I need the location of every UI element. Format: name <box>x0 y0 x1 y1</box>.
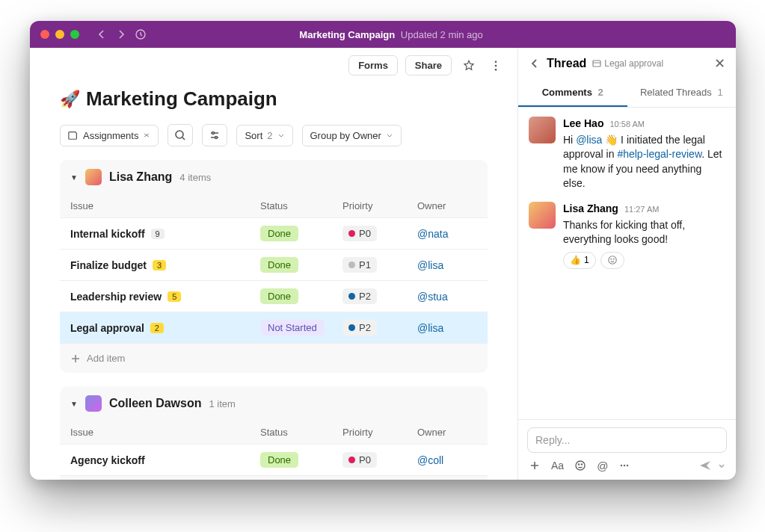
issue-title: Legal approval <box>70 322 144 334</box>
star-icon[interactable] <box>459 56 479 75</box>
group-count: 1 item <box>209 398 235 409</box>
status-pill[interactable]: Done <box>260 288 298 304</box>
svg-point-11 <box>576 461 585 470</box>
assignments-filter[interactable]: Assignments <box>60 125 159 146</box>
tab-comments-count: 2 <box>598 87 603 98</box>
title: Marketing Campaign <box>299 29 395 40</box>
close-window-icon[interactable] <box>40 30 49 39</box>
col-priority: Prioirty <box>342 200 417 211</box>
add-item-button[interactable]: Add item <box>60 475 488 480</box>
tab-comments-label: Comments <box>542 87 592 98</box>
thread-back-icon[interactable] <box>529 58 541 69</box>
table-row[interactable]: Legal approval2 Not Started P2 @lisa <box>60 312 488 343</box>
search-icon[interactable] <box>168 124 193 146</box>
titlebar: Marketing Campaign Updated 2 min ago <box>30 21 736 48</box>
forward-button[interactable] <box>115 28 127 40</box>
col-owner: Owner <box>417 200 477 211</box>
table-row[interactable]: Leadership review5 Done P2 @stua <box>60 280 488 312</box>
status-pill[interactable]: Not Started <box>260 320 325 335</box>
sort-button[interactable]: Sort 2 <box>236 125 292 146</box>
thread-crumb-text: Legal approval <box>604 58 663 69</box>
col-issue: Issue <box>70 427 260 438</box>
maximize-window-icon[interactable] <box>70 30 79 39</box>
svg-point-6 <box>215 137 218 139</box>
mention-icon[interactable]: @ <box>597 460 608 472</box>
minimize-window-icon[interactable] <box>55 30 64 39</box>
priority-dot-icon <box>348 324 355 331</box>
priority-pill[interactable]: P1 <box>342 257 377 273</box>
more-icon[interactable] <box>486 56 506 75</box>
tab-comments[interactable]: Comments 2 <box>518 79 627 107</box>
status-pill[interactable]: Done <box>260 452 298 468</box>
groupby-label: Group by Owner <box>310 130 381 141</box>
owner-mention[interactable]: @coll <box>417 454 477 466</box>
svg-rect-7 <box>593 61 600 66</box>
message-author[interactable]: Lisa Zhang <box>563 202 618 217</box>
add-item-button[interactable]: Add item <box>60 343 488 373</box>
priority-pill[interactable]: P2 <box>342 288 377 304</box>
table-row[interactable]: Internal kickoff9 Done P0 @nata <box>60 217 488 249</box>
avatar <box>529 117 556 143</box>
priority-dot-icon <box>348 293 355 300</box>
owner-mention[interactable]: @stua <box>417 291 477 303</box>
add-reaction-icon[interactable] <box>600 252 624 269</box>
owner-mention[interactable]: @nata <box>417 228 477 240</box>
svg-point-3 <box>495 68 497 70</box>
priority-dot-icon <box>348 262 355 268</box>
svg-point-12 <box>579 464 580 465</box>
thread-sidebar: Thread Legal approval ✕ Comments 2 Relat… <box>517 48 736 480</box>
priority-dot-icon <box>348 457 355 463</box>
avatar <box>85 169 102 185</box>
messages: Lee Hao 10:58 AM Hi @lisa 👋 I initiated … <box>518 108 736 419</box>
thread-crumb[interactable]: Legal approval <box>592 58 663 69</box>
priority-pill[interactable]: P0 <box>342 452 377 468</box>
tab-related[interactable]: Related Threads 1 <box>627 79 737 107</box>
overflow-icon[interactable] <box>618 460 630 471</box>
comment-count-badge: 9 <box>151 229 165 239</box>
message-author[interactable]: Lee Hao <box>563 117 603 132</box>
plus-icon[interactable] <box>529 460 541 471</box>
message: Lisa Zhang 11:27 AM Thanks for kicking t… <box>529 202 725 269</box>
group-header[interactable]: ▼ Colleen Dawson 1 item <box>60 386 488 421</box>
status-pill[interactable]: Done <box>260 226 298 241</box>
reply-box: Reply... Aa @ <box>518 419 736 480</box>
format-icon[interactable]: Aa <box>551 460 564 471</box>
emoji-icon[interactable] <box>574 460 586 471</box>
share-button[interactable]: Share <box>405 55 452 75</box>
send-chevron-icon[interactable] <box>718 462 725 469</box>
history-icon[interactable] <box>135 28 147 40</box>
reply-input[interactable]: Reply... <box>527 427 727 453</box>
reaction[interactable]: 👍1 <box>563 252 596 269</box>
message: Lee Hao 10:58 AM Hi @lisa 👋 I initiated … <box>529 117 725 191</box>
tab-related-count: 1 <box>717 87 722 98</box>
sort-label: Sort <box>245 130 262 141</box>
add-item-label: Add item <box>87 353 125 364</box>
col-priority: Prioirty <box>342 427 417 438</box>
priority-dot-icon <box>348 230 355 237</box>
thread-header: Thread Legal approval ✕ <box>518 48 736 79</box>
groupby-button[interactable]: Group by Owner <box>302 125 402 146</box>
owner-mention[interactable]: @lisa <box>417 322 477 334</box>
col-issue: Issue <box>70 200 260 211</box>
table-row[interactable]: Agency kickoff Done P0 @coll <box>60 444 488 475</box>
caret-down-icon: ▼ <box>70 400 78 408</box>
close-icon[interactable]: ✕ <box>714 55 725 72</box>
adjust-icon[interactable] <box>202 124 227 146</box>
svg-point-15 <box>624 465 625 466</box>
issue-title: Internal kickoff <box>70 228 145 240</box>
svg-point-16 <box>627 465 628 466</box>
forms-button[interactable]: Forms <box>348 55 398 75</box>
sort-count: 2 <box>267 130 272 141</box>
status-pill[interactable]: Done <box>260 257 298 273</box>
table-row[interactable]: Finalize budget3 Done P1 @lisa <box>60 249 488 280</box>
rocket-icon: 🚀 <box>60 90 80 109</box>
group-count: 4 items <box>179 172 211 183</box>
send-icon[interactable] <box>698 459 712 472</box>
back-button[interactable] <box>96 28 108 40</box>
page-title-text: Marketing Campaign <box>86 87 277 111</box>
owner-mention[interactable]: @lisa <box>417 259 477 271</box>
priority-pill[interactable]: P0 <box>342 226 377 241</box>
group-header[interactable]: ▼ Lisa Zhang 4 items <box>60 160 488 194</box>
priority-pill[interactable]: P2 <box>342 320 377 335</box>
comment-count-badge: 2 <box>150 323 164 333</box>
